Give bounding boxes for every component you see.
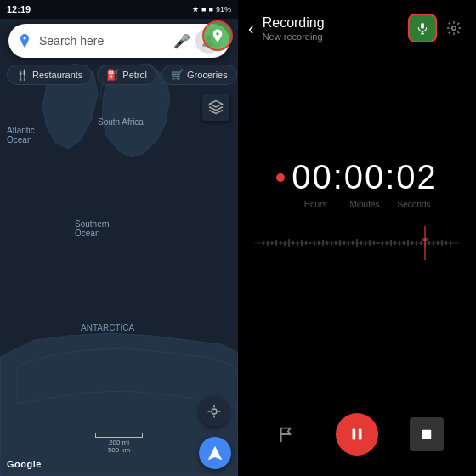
google-brand: Google <box>7 459 42 469</box>
search-bar[interactable]: Search here 🎤 <box>8 24 230 58</box>
timer-section: 00:00:02 Hours Minutes Seconds <box>238 49 476 403</box>
timer-labels: Hours Minutes Seconds <box>275 200 439 209</box>
recording-indicator-dot <box>276 173 285 182</box>
timer-display: 00:00:02 <box>292 158 438 196</box>
minutes-label: Minutes <box>340 200 389 209</box>
wifi-icon: ■ <box>201 5 206 14</box>
waveform-svg <box>255 209 459 277</box>
flag-button[interactable] <box>270 417 304 451</box>
pause-button[interactable] <box>336 413 378 456</box>
maps-panel: 12:19 ★ ■ ■ 91% Search here 🎤 <box>0 0 238 476</box>
chip-petrol[interactable]: ⛽ Petrol <box>97 65 156 85</box>
timer-row: 00:00:02 <box>276 158 438 196</box>
scale-text-2: 500 km <box>108 446 130 454</box>
navigation-button[interactable] <box>199 437 231 469</box>
bluetooth-icon: ★ <box>192 5 199 14</box>
svg-point-11 <box>452 26 456 31</box>
settings-icon <box>446 20 462 36</box>
back-button[interactable]: ‹ <box>248 19 254 38</box>
navigate-icon <box>207 445 224 462</box>
petrol-icon: ⛽ <box>106 69 119 81</box>
groceries-icon: 🛒 <box>171 69 184 81</box>
chip-label: Groceries <box>187 70 228 80</box>
stop-button[interactable] <box>410 417 444 451</box>
location-pin-highlight[interactable] <box>202 20 233 51</box>
restaurants-icon: 🍴 <box>16 69 29 81</box>
location-pin-icon <box>210 28 225 43</box>
svg-rect-62 <box>422 430 431 439</box>
current-location-button[interactable] <box>199 396 230 427</box>
category-row: 🍴 Restaurants ⛽ Petrol 🛒 Groceries ☕ Co <box>0 65 238 85</box>
signal-icon: ■ <box>209 5 213 14</box>
status-icons: ★ ■ ■ 91% <box>192 5 231 14</box>
svg-rect-60 <box>352 429 355 440</box>
chip-label: Restaurants <box>32 70 82 80</box>
chip-label: Petrol <box>122 70 147 80</box>
recording-subtitle: New recording <box>263 31 408 42</box>
crosshair-icon <box>207 404 222 419</box>
chip-restaurants[interactable]: 🍴 Restaurants <box>7 65 92 85</box>
battery-icon: 91% <box>216 5 231 14</box>
recording-header: ‹ Recording New recording <box>238 0 476 49</box>
svg-point-3 <box>212 409 217 414</box>
layers-icon <box>208 99 224 115</box>
scale-text-1: 200 mi <box>109 439 129 446</box>
recording-title-block: Recording New recording <box>263 15 408 42</box>
chip-groceries[interactable]: 🛒 Groceries <box>162 65 237 85</box>
waveform-area <box>255 209 459 277</box>
status-bar: 12:19 ★ ■ ■ 91% <box>0 0 238 19</box>
hours-label: Hours <box>291 200 340 209</box>
flag-icon <box>278 425 297 444</box>
seconds-label: Seconds <box>389 200 439 209</box>
pause-icon <box>348 425 366 444</box>
recording-title: Recording <box>263 15 408 31</box>
recording-panel: ‹ Recording New recording 00:00:02 <box>238 0 476 476</box>
recording-mic-button[interactable] <box>408 14 437 42</box>
svg-rect-8 <box>421 23 424 29</box>
google-maps-logo <box>17 33 32 48</box>
layers-button[interactable] <box>202 94 230 121</box>
settings-button[interactable] <box>442 16 466 40</box>
svg-rect-61 <box>359 429 362 440</box>
stop-icon <box>419 427 434 442</box>
scale-bar: 200 mi 500 km <box>95 433 143 454</box>
mic-icon[interactable]: 🎤 <box>173 33 190 49</box>
svg-rect-59 <box>422 238 428 241</box>
recording-controls <box>238 403 476 476</box>
status-time: 12:19 <box>7 4 31 14</box>
mic-active-icon <box>416 21 429 35</box>
search-placeholder-text: Search here <box>39 34 168 48</box>
